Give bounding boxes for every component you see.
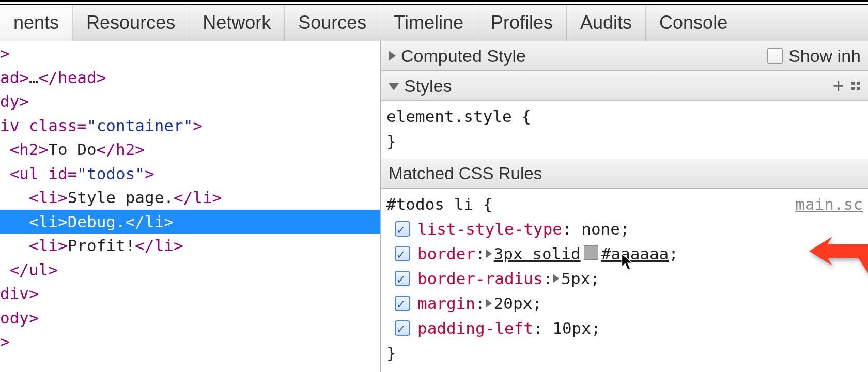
tab-elements[interactable]: nents [0, 5, 73, 41]
dom-fragment: Style page. [68, 188, 174, 207]
dom-fragment: </head> [39, 68, 106, 87]
toggle-element-state-icon[interactable] [851, 82, 860, 90]
dom-line-li1[interactable]: <li>Style page.</li> [0, 185, 380, 210]
section-styles[interactable]: Styles + [381, 71, 868, 101]
dom-line-ul-open[interactable]: <ul id="todos"> [0, 162, 380, 186]
dom-line-html-close[interactable]: > [0, 330, 380, 354]
element-style-close: } [386, 129, 863, 153]
dom-line-head[interactable]: ad>…</head> [0, 66, 380, 90]
property-enable-checkbox[interactable] [395, 296, 410, 311]
css-property-name[interactable]: padding-left [417, 316, 533, 340]
rule-close-brace: } [386, 340, 863, 365]
dom-fragment: <li> [29, 188, 68, 207]
dom-fragment: Debug. [68, 212, 126, 231]
css-property-value[interactable]: 20px [494, 291, 533, 316]
tab-console[interactable]: Console [646, 5, 741, 41]
devtools-tabbar: nents Resources Network Sources Timeline… [0, 5, 868, 41]
css-color-value[interactable]: #aaaaaa [601, 241, 669, 266]
dom-line-li2-selected[interactable]: <li>Debug.</li> [0, 210, 380, 234]
dom-fragment: </li> [174, 188, 222, 207]
chevron-down-icon [389, 83, 399, 90]
tab-timeline[interactable]: Timeline [380, 5, 477, 41]
dom-fragment: Profit! [68, 236, 135, 255]
elements-dom-tree[interactable]: > ad>…</head> dy> iv class="container"> … [0, 41, 381, 372]
css-declaration[interactable]: list-style-type: none; [386, 216, 863, 241]
expand-shorthand-icon[interactable] [486, 250, 492, 258]
css-declaration[interactable]: border-radius: 5px; [386, 266, 863, 291]
property-enable-checkbox[interactable] [395, 221, 410, 237]
dom-fragment: </li> [126, 212, 174, 231]
dom-fragment: > [0, 44, 10, 63]
css-property-name[interactable]: border [417, 241, 475, 266]
dom-fragment: <li> [29, 212, 68, 231]
section-computed-style[interactable]: Computed Style Show inh [381, 41, 868, 71]
dom-fragment: <h2> [10, 140, 49, 159]
color-swatch-icon[interactable] [584, 245, 598, 260]
matched-rule-block[interactable]: main.sc #todos li { list-style-type: non… [381, 189, 868, 370]
css-declaration[interactable]: margin: 20px; [386, 291, 863, 316]
dom-fragment: dy> [0, 92, 29, 111]
tab-sources[interactable]: Sources [285, 5, 380, 41]
dom-fragment: <ul [10, 164, 49, 183]
rule-source-link[interactable]: main.sc [795, 192, 863, 216]
dom-line-ul-close[interactable]: </ul> [0, 258, 380, 282]
css-property-name[interactable]: list-style-type [417, 216, 562, 241]
section-matched-rules: Matched CSS Rules [381, 159, 868, 189]
styles-sidebar: Computed Style Show inh Styles + element… [381, 41, 868, 372]
rule-selector[interactable]: #todos li { [386, 192, 863, 216]
dom-line-li3[interactable]: <li>Profit!</li> [0, 234, 380, 258]
dom-fragment: ody> [0, 308, 39, 327]
dom-fragment: > [0, 332, 10, 351]
tab-audits[interactable]: Audits [567, 5, 646, 41]
main-split: > ad>…</head> dy> iv class="container"> … [0, 41, 868, 372]
dom-line-h2[interactable]: <h2>To Do</h2> [0, 137, 380, 162]
section-title: Styles [404, 76, 452, 96]
property-enable-checkbox[interactable] [395, 246, 410, 261]
section-title: Matched CSS Rules [389, 164, 542, 183]
tab-profiles[interactable]: Profiles [477, 5, 567, 41]
dom-line-div-open[interactable]: iv class="container"> [0, 114, 380, 138]
dom-fragment: </h2> [97, 140, 145, 159]
tab-network[interactable]: Network [189, 5, 285, 41]
css-property-value[interactable]: none [581, 216, 620, 241]
element-style-block[interactable]: element.style { } [381, 101, 868, 159]
dom-fragment: </ul> [10, 260, 58, 279]
css-declaration[interactable]: padding-left: 10px; [386, 316, 863, 340]
section-title: Computed Style [401, 46, 526, 66]
css-property-name[interactable]: border-radius [417, 266, 543, 291]
show-inherited-checkbox[interactable] [767, 48, 783, 64]
chevron-right-icon [389, 51, 396, 61]
window-border [0, 0, 868, 2]
dom-line-body-close[interactable]: ody> [0, 306, 380, 330]
dom-fragment: id [48, 164, 67, 183]
property-enable-checkbox[interactable] [395, 320, 410, 336]
dom-fragment: div> [0, 284, 39, 303]
dom-line-body-open[interactable]: dy> [0, 89, 380, 114]
dom-fragment: > [193, 116, 203, 135]
dom-fragment: ad> [0, 68, 29, 87]
property-enable-checkbox[interactable] [395, 271, 410, 286]
css-property-value[interactable]: 10px [552, 316, 591, 340]
show-inherited-label: Show inh [788, 46, 861, 66]
dom-fragment: = [77, 116, 87, 135]
css-declaration[interactable]: border: 3px solid #aaaaaa; [386, 241, 863, 266]
dom-fragment: "container" [87, 116, 193, 135]
dom-fragment: <li> [29, 236, 68, 255]
dom-fragment: </li> [135, 236, 183, 255]
new-style-rule-icon[interactable]: + [833, 76, 844, 96]
expand-shorthand-icon[interactable] [486, 299, 492, 307]
dom-line[interactable]: > [0, 41, 380, 66]
dom-fragment: To Do [48, 140, 96, 159]
expand-shorthand-icon[interactable] [553, 274, 559, 283]
dom-fragment: = [68, 164, 78, 183]
dom-fragment: … [29, 68, 39, 87]
dom-fragment: iv [0, 116, 29, 135]
tab-resources[interactable]: Resources [73, 5, 189, 41]
dom-fragment: "todos" [77, 164, 145, 183]
css-property-name[interactable]: margin [417, 291, 475, 316]
element-style-open: element.style { [386, 104, 863, 129]
dom-line-div-close[interactable]: div> [0, 282, 380, 306]
css-property-value[interactable]: 5px [561, 266, 590, 291]
dom-fragment: class [29, 116, 77, 135]
css-property-value[interactable]: 3px solid [494, 241, 581, 266]
